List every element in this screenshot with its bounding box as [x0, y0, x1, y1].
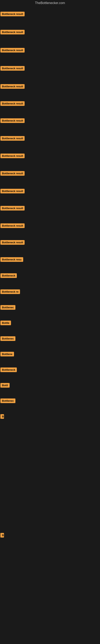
list-item: Bottlene: [0, 352, 14, 357]
list-item: Bottlenec: [0, 336, 15, 342]
list-item: Bottleneck result: [0, 240, 25, 246]
items-container: Bottleneck resultBottleneck resultBottle…: [0, 6, 100, 644]
list-item: Bottleneck result: [0, 118, 25, 124]
list-item: Bottleneck: [0, 368, 17, 373]
bottleneck-badge[interactable]: Bottleneck result: [0, 224, 25, 228]
bottleneck-badge[interactable]: Bottl: [0, 383, 10, 388]
list-item: B: [0, 533, 4, 538]
page-wrapper: TheBottlenecker.com Bottleneck resultBot…: [0, 0, 100, 644]
bottleneck-badge[interactable]: Bottleneck result: [0, 154, 25, 158]
list-item: B: [0, 414, 4, 420]
bottleneck-badge[interactable]: Bottleneck result: [0, 12, 25, 16]
bottleneck-badge[interactable]: Bottlenec: [0, 398, 15, 403]
list-item: Bottleneck result: [0, 136, 25, 142]
list-item: Bottleneck re: [0, 290, 20, 295]
list-item: Bottleneck result: [0, 12, 25, 17]
list-item: Bottleneck result: [0, 48, 25, 53]
bottleneck-badge[interactable]: Bottlene: [0, 352, 14, 356]
bottleneck-badge[interactable]: Bottle: [0, 320, 11, 325]
bottleneck-badge[interactable]: B: [0, 533, 4, 538]
bottleneck-badge[interactable]: Bottleneck result: [0, 206, 25, 210]
list-item: Bottleneck result: [0, 101, 25, 107]
list-item: Bottle: [0, 320, 11, 326]
bottleneck-badge[interactable]: Bottleneck re: [0, 290, 20, 294]
bottleneck-badge[interactable]: Bottlenec: [0, 305, 15, 310]
bottleneck-badge[interactable]: Bottleneck resu: [0, 257, 23, 262]
list-item: Bottleneck result: [0, 154, 25, 159]
bottleneck-badge[interactable]: Bottleneck result: [0, 30, 25, 34]
list-item: Bottlenec: [0, 305, 15, 310]
list-item: Bottlenec: [0, 398, 15, 404]
list-item: Bottleneck: [0, 273, 17, 279]
bottleneck-badge[interactable]: Bottleneck result: [0, 189, 25, 194]
bottleneck-badge[interactable]: Bottleneck result: [0, 240, 25, 245]
bottleneck-badge[interactable]: Bottleneck result: [0, 118, 25, 123]
bottleneck-badge[interactable]: Bottleneck result: [0, 48, 25, 52]
bottleneck-badge[interactable]: Bottleneck result: [0, 101, 25, 106]
bottleneck-badge[interactable]: Bottleneck: [0, 368, 17, 372]
bottleneck-badge[interactable]: Bottleneck result: [0, 84, 25, 89]
list-item: Bottleneck result: [0, 224, 25, 229]
list-item: Bottleneck result: [0, 84, 25, 90]
list-item: Bottleneck result: [0, 66, 25, 72]
bottleneck-badge[interactable]: Bottleneck: [0, 273, 17, 278]
bottleneck-badge[interactable]: Bottlenec: [0, 336, 15, 341]
bottleneck-badge[interactable]: B: [0, 414, 4, 419]
bottleneck-badge[interactable]: Bottleneck result: [0, 171, 25, 176]
list-item: Bottl: [0, 383, 10, 388]
list-item: Bottleneck resu: [0, 257, 23, 263]
list-item: Bottleneck result: [0, 30, 25, 35]
bottleneck-badge[interactable]: Bottleneck result: [0, 66, 25, 71]
list-item: Bottleneck result: [0, 189, 25, 194]
list-item: Bottleneck result: [0, 206, 25, 211]
bottleneck-badge[interactable]: Bottleneck result: [0, 136, 25, 141]
site-title: TheBottlenecker.com: [0, 0, 100, 6]
list-item: Bottleneck result: [0, 171, 25, 176]
